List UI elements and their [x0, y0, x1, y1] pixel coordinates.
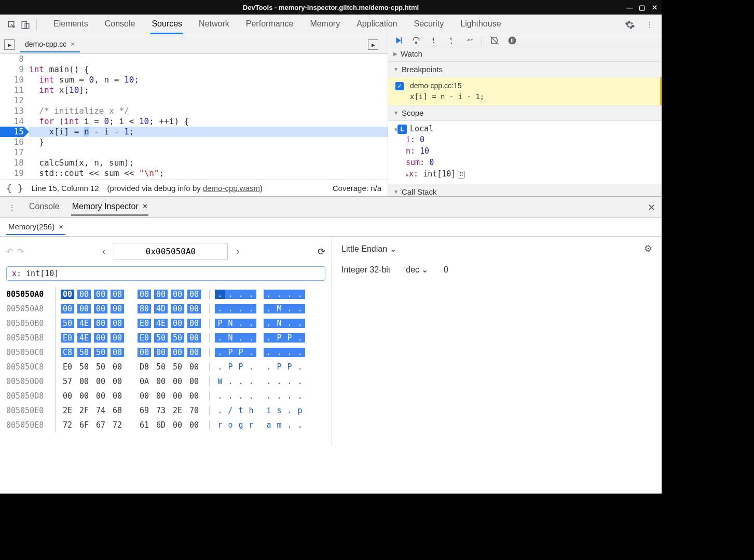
hex-row[interactable]: 005050A800000000804D0000.....M..	[6, 302, 325, 316]
debugger-toolbar	[388, 35, 662, 46]
step-button[interactable]	[464, 35, 474, 46]
breakpoints-section[interactable]: ▼Breakpoints	[388, 62, 662, 77]
memory-chip-icon[interactable]: ⠿	[458, 171, 465, 179]
main-toolbar: ElementsConsoleSourcesNetworkPerformance…	[0, 15, 662, 35]
coverage-text: Coverage: n/a	[333, 184, 381, 193]
undo-icon[interactable]: ↶	[6, 247, 13, 256]
window-title: DevTools - memory-inspector.glitch.me/de…	[243, 4, 419, 11]
deactivate-breakpoints-button[interactable]	[489, 35, 500, 46]
hex-row[interactable]: 005050B8E04E0000E0505000.N...PP.	[6, 331, 325, 345]
scope-local[interactable]: ▼LLocal	[394, 124, 655, 134]
hex-row[interactable]: 005050A00000000000000000........	[6, 287, 325, 302]
drawer-more-icon[interactable]: ⋮	[6, 202, 18, 213]
tab-application[interactable]: Application	[355, 15, 398, 34]
close-icon[interactable]: ✕	[651, 4, 657, 11]
memory-sub-tab[interactable]: Memory(256)×	[6, 219, 65, 235]
next-page-icon[interactable]: ›	[234, 244, 241, 259]
run-snippet-icon[interactable]: ▸	[368, 39, 378, 50]
resume-button[interactable]	[393, 35, 404, 46]
close-tab-icon[interactable]: ×	[143, 202, 147, 211]
redo-icon[interactable]: ↷	[17, 247, 24, 256]
scope-var-i[interactable]: i: 0	[406, 134, 655, 145]
memory-hex-view: ↶ ↷ ‹ › ⟳ x: int[10] 005050A000000000000…	[0, 237, 332, 445]
format-select[interactable]: dec ⌄	[406, 265, 428, 275]
main-tabs: ElementsConsoleSourcesNetworkPerformance…	[52, 15, 502, 34]
tab-console[interactable]: Console	[104, 15, 136, 34]
chevron-down-icon: ⌄	[421, 265, 428, 275]
hex-row[interactable]: 005050B0504E0000E04E0000PN...N..	[6, 316, 325, 331]
code-editor[interactable]: 891011121314151617181920 int main() { in…	[0, 54, 388, 180]
svg-point-5	[509, 37, 516, 45]
endian-select[interactable]: Little Endian ⌄	[341, 244, 396, 254]
tab-network[interactable]: Network	[198, 15, 230, 34]
breakpoint-checkbox[interactable]: ✓	[395, 82, 404, 90]
svg-point-4	[416, 42, 417, 44]
pretty-print-icon[interactable]: { }	[6, 183, 23, 194]
hex-row[interactable]: 005050E8726F6772616D0000rogram..	[6, 418, 325, 432]
close-tab-icon[interactable]: ×	[59, 222, 63, 231]
hex-row[interactable]: 005050C0C850500000000000.PP.....	[6, 345, 325, 360]
hex-row[interactable]: 005050C8E0505000D8505000.PP..PP.	[6, 360, 325, 374]
hex-row[interactable]: 005050D80000000000000000........	[6, 389, 325, 403]
step-out-button[interactable]	[446, 35, 457, 46]
scope-var-n[interactable]: n: 10	[406, 145, 655, 157]
refresh-icon[interactable]: ⟳	[318, 246, 325, 257]
prev-page-icon[interactable]: ‹	[100, 244, 107, 259]
breakpoint-code: x[i] = n - i - 1;	[410, 92, 653, 101]
inspect-icon[interactable]	[6, 19, 18, 31]
tab-memory[interactable]: Memory	[309, 15, 341, 34]
callstack-section[interactable]: ▼Call Stack	[388, 184, 662, 196]
svg-rect-7	[513, 38, 514, 43]
drawer-console-tab[interactable]: Console	[28, 199, 61, 216]
scope-body: ▼LLocal i: 0n: 10sum: 0 ▶x: int[10]⠿	[388, 121, 662, 184]
address-input[interactable]	[114, 243, 228, 260]
file-tabs: ▸ demo-cpp.cc × ▸	[0, 35, 388, 54]
tab-sources[interactable]: Sources	[150, 15, 183, 34]
tab-lighthouse[interactable]: Lighthouse	[459, 15, 502, 34]
svg-rect-3	[401, 37, 402, 44]
device-toggle-icon[interactable]	[20, 19, 31, 31]
pause-exceptions-button[interactable]	[507, 35, 517, 46]
breakpoint-entry[interactable]: ✓ demo-cpp.cc:15 x[i] = n - i - 1;	[388, 77, 662, 105]
scope-var-x[interactable]: ▶x: int[10]⠿	[406, 168, 655, 181]
file-tab-label: demo-cpp.cc	[25, 40, 66, 48]
breakpoint-label: demo-cpp.cc:15	[410, 81, 462, 90]
file-tab[interactable]: demo-cpp.cc ×	[20, 37, 80, 52]
debug-wasm-link[interactable]: demo-cpp.wasm	[203, 184, 260, 193]
drawer-tabs: ⋮ Console Memory Inspector× ✕	[0, 197, 662, 218]
svg-rect-6	[511, 38, 512, 43]
drawer-close-icon[interactable]: ✕	[648, 202, 655, 213]
hex-row[interactable]: 005050D0570000000A000000W.......	[6, 374, 325, 389]
tab-performance[interactable]: Performance	[245, 15, 295, 34]
decoded-value: 0	[444, 265, 448, 275]
minimize-icon[interactable]: —	[626, 4, 633, 11]
step-over-button[interactable]	[411, 35, 421, 46]
window-titlebar: DevTools - memory-inspector.glitch.me/de…	[0, 0, 662, 15]
more-icon[interactable]: ⋮	[644, 19, 655, 31]
step-into-button[interactable]	[429, 35, 439, 46]
settings-icon[interactable]	[624, 19, 636, 31]
cursor-position: Line 15, Column 12	[32, 184, 99, 193]
hex-row[interactable]: 005050E02E2F746869732E70./this.p	[6, 403, 325, 418]
memory-sub-tabs: Memory(256)×	[0, 218, 662, 237]
settings-icon[interactable]: ⚙	[644, 243, 652, 254]
memory-object-chip[interactable]: x: int[10]	[6, 266, 325, 281]
status-bar: { } Line 15, Column 12 (provided via deb…	[0, 180, 388, 196]
scope-section[interactable]: ▼Scope	[388, 105, 662, 121]
watch-section[interactable]: ▶Watch	[388, 46, 662, 62]
drawer: ⋮ Console Memory Inspector× ✕ Memory(256…	[0, 196, 662, 445]
navigator-toggle-icon[interactable]: ▸	[4, 39, 15, 50]
svg-rect-1	[22, 21, 26, 29]
int-type-label: Integer 32-bit	[341, 265, 390, 275]
tab-security[interactable]: Security	[413, 15, 445, 34]
chevron-down-icon: ⌄	[390, 244, 396, 253]
drawer-memory-tab[interactable]: Memory Inspector×	[71, 199, 148, 216]
tab-elements[interactable]: Elements	[52, 15, 89, 34]
close-tab-icon[interactable]: ×	[71, 40, 75, 48]
memory-value-view: Little Endian ⌄ ⚙ Integer 32-bit dec ⌄ 0	[332, 237, 662, 445]
scope-var-sum[interactable]: sum: 0	[406, 157, 655, 168]
maximize-icon[interactable]: ▢	[639, 4, 645, 11]
debug-info-text: (provided via debug info by demo-cpp.was…	[107, 184, 263, 193]
